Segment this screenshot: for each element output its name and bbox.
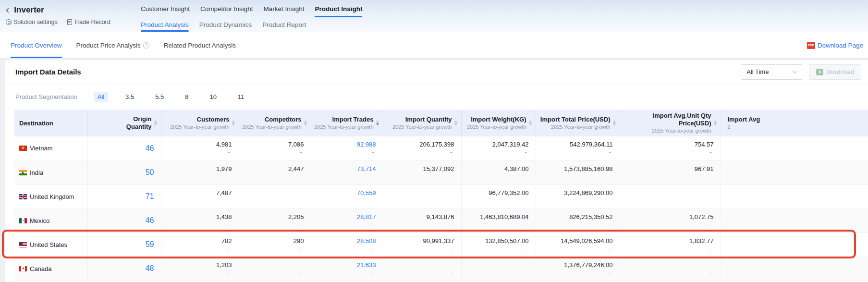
- vn-flag-icon: [19, 146, 27, 151]
- sort-icon[interactable]: [154, 121, 157, 126]
- origin-quantity-link[interactable]: 48: [146, 264, 154, 272]
- sort-icon[interactable]: [232, 121, 235, 126]
- segment-option-3-5[interactable]: 3.5: [122, 92, 138, 102]
- cell-value: 1,832.77: [620, 237, 714, 245]
- solution-settings-label: Solution settings: [13, 19, 58, 25]
- tab-product-analysis[interactable]: Product Analysis: [141, 17, 189, 32]
- origin-quantity-link[interactable]: 46: [146, 216, 154, 224]
- sort-icon[interactable]: [529, 121, 532, 126]
- segment-option-5-5[interactable]: 5.5: [151, 92, 168, 102]
- segment-option-all[interactable]: All: [94, 92, 108, 102]
- download-page-label: Download Page: [818, 42, 863, 49]
- growth-value: -: [161, 269, 232, 277]
- gb-flag-icon: [19, 194, 27, 199]
- col-header-customers[interactable]: Customers2025 Year-to-year growth: [161, 110, 239, 136]
- tab-product-overview[interactable]: Product Overview: [11, 32, 62, 58]
- download-button[interactable]: X Download: [809, 64, 861, 80]
- sort-icon[interactable]: [613, 121, 616, 126]
- tab-product-dynamics[interactable]: Product Dynamics: [199, 17, 252, 32]
- import-trades-link[interactable]: 21,633: [311, 261, 376, 269]
- table-row-in: India501,979-2,447-73,714-15,377,092-4,3…: [14, 160, 868, 184]
- tab-competitor-insight[interactable]: Competitor Insight: [200, 0, 253, 17]
- download-page-button[interactable]: PDF Download Page: [807, 42, 863, 49]
- import-trades-link[interactable]: 28,817: [311, 213, 376, 221]
- sort-icon[interactable]: [304, 121, 307, 126]
- cell-value: 96,779,352.00: [462, 189, 529, 197]
- insight-tabs: Customer Insight Competitor Insight Mark…: [130, 0, 362, 32]
- sort-icon[interactable]: [714, 121, 717, 126]
- growth-value: -: [311, 173, 376, 181]
- destination-label: United States: [30, 241, 67, 248]
- growth-value: [721, 269, 868, 277]
- section-title: Import Data Details: [15, 68, 81, 76]
- competitors-cell: -: [239, 257, 311, 281]
- growth-value: -: [239, 245, 304, 253]
- import-trades-link[interactable]: 92,988: [311, 140, 376, 148]
- growth-value: -: [620, 197, 714, 205]
- origin-quantity-link[interactable]: 59: [146, 240, 154, 248]
- growth-value: -: [239, 173, 304, 181]
- origin-quantity-link[interactable]: 46: [146, 144, 154, 152]
- destination-label: United Kingdom: [30, 193, 74, 200]
- pdf-icon: PDF: [807, 42, 815, 49]
- segment-option-11[interactable]: 11: [234, 92, 248, 102]
- import-avg-cell: [721, 257, 868, 281]
- origin-quantity-link[interactable]: 71: [146, 192, 154, 200]
- growth-value: -: [383, 173, 454, 181]
- import-data-table: Destination Origin Quantity Custom: [14, 110, 868, 281]
- col-header-import-avg-unit-qty-price[interactable]: Import Avg.Unit Qty Price(USD)2025 Year-…: [620, 110, 721, 136]
- import-trades-link[interactable]: 70,559: [311, 189, 376, 197]
- segment-option-10[interactable]: 10: [206, 92, 220, 102]
- import-total-price-cell: 14,549,026,594.00-: [536, 233, 620, 257]
- col-header-competitors[interactable]: Competitors2025 Year-to-year growth: [239, 110, 311, 136]
- segment-option-8[interactable]: 8: [181, 92, 192, 102]
- trade-record-link[interactable]: Trade Record: [67, 19, 110, 25]
- growth-value: -: [311, 269, 376, 277]
- origin-quantity-cell: 46: [87, 208, 161, 233]
- tab-product-price-analysis[interactable]: Product Price Analysis i: [76, 32, 149, 58]
- import-data-card: Import Data Details All Time X Download …: [5, 60, 868, 282]
- import-trades-link[interactable]: 28,508: [311, 237, 376, 245]
- growth-value: -: [161, 173, 232, 181]
- secondary-nav: Product Overview Product Price Analysis …: [0, 32, 868, 59]
- origin-quantity-cell: 71: [87, 184, 161, 208]
- growth-value: -: [239, 269, 304, 277]
- competitors-cell: 7,086-: [239, 136, 311, 160]
- tab-market-insight[interactable]: Market Insight: [264, 0, 305, 17]
- growth-value: -: [383, 269, 454, 277]
- cell-value: 132,850,507.00: [462, 237, 529, 245]
- solution-settings-link[interactable]: Solution settings: [6, 19, 58, 25]
- import-trades-cell: 21,633-: [311, 257, 383, 281]
- segmentation-label: Product Segmentation: [15, 93, 77, 100]
- ca-flag-icon: [19, 266, 27, 271]
- import-trades-cell: 73,714-: [311, 160, 383, 184]
- info-icon[interactable]: i: [143, 42, 149, 49]
- import-trades-link[interactable]: 73,714: [311, 165, 376, 173]
- back-icon[interactable]: ‹: [6, 5, 9, 15]
- import-weight-cell: 132,850,507.00-: [461, 233, 536, 257]
- col-header-import-avg-truncated[interactable]: Import Avg2: [721, 110, 868, 136]
- sort-icon[interactable]: [454, 121, 457, 126]
- tab-product-report[interactable]: Product Report: [262, 17, 306, 32]
- col-header-import-total-price[interactable]: Import Total Price(USD)2025 Year-to-year…: [536, 110, 620, 136]
- growth-value: -: [239, 197, 304, 205]
- cell-value: [239, 189, 304, 197]
- col-header-origin-quantity[interactable]: Origin Quantity: [87, 110, 161, 136]
- trade-record-label: Trade Record: [74, 19, 110, 25]
- import-total-price-cell: 1,376,779,246.00-: [536, 257, 620, 281]
- time-filter-select[interactable]: All Time: [741, 64, 802, 80]
- tab-customer-insight[interactable]: Customer Insight: [141, 0, 190, 17]
- col-header-import-trades[interactable]: Import Trades2025 Year-to-year growth: [311, 110, 383, 136]
- chevron-down-icon: [793, 69, 797, 74]
- import-trades-cell: 28,817-: [311, 208, 383, 233]
- tab-product-insight[interactable]: Product Insight: [315, 0, 362, 17]
- col-header-import-quantity[interactable]: Import Quantity2025 Year-to-year growth: [383, 110, 461, 136]
- tab-related-product-analysis[interactable]: Related Product Analysis: [164, 32, 236, 58]
- origin-quantity-link[interactable]: 50: [146, 168, 154, 176]
- table-row-mx: Mexico461,438-2,205-28,817-9,143,876-1,4…: [14, 208, 868, 233]
- sort-icon-active-desc[interactable]: [376, 121, 379, 126]
- cell-value: 754.57: [620, 140, 714, 148]
- col-header-import-weight[interactable]: Import Weight(KG)2025 Year-to-year growt…: [461, 110, 536, 136]
- cell-value: [721, 213, 868, 221]
- cell-value: [721, 237, 868, 245]
